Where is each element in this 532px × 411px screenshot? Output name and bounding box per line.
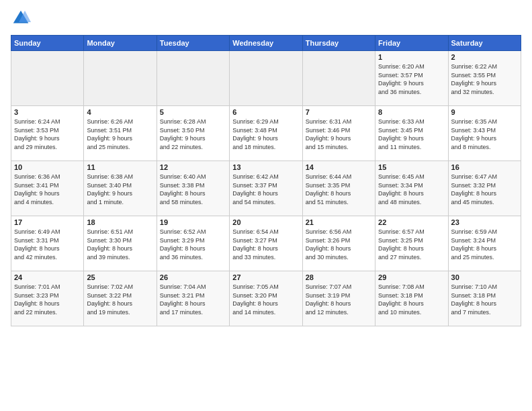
calendar-header: SundayMondayTuesdayWednesdayThursdayFrid… <box>11 36 521 51</box>
day-info: Sunrise: 6:31 AMSunset: 3:46 PMDaylight:… <box>306 118 372 151</box>
day-info: Sunrise: 6:44 AMSunset: 3:35 PMDaylight:… <box>306 173 372 206</box>
day-number: 12 <box>160 163 226 171</box>
day-cell: 7Sunrise: 6:31 AMSunset: 3:46 PMDaylight… <box>302 106 375 161</box>
day-info: Sunrise: 6:22 AMSunset: 3:55 PMDaylight:… <box>451 62 518 96</box>
day-cell: 27Sunrise: 7:05 AMSunset: 3:20 PMDayligh… <box>230 271 302 326</box>
day-cell: 4Sunrise: 6:26 AMSunset: 3:51 PMDaylight… <box>84 106 157 161</box>
day-info: Sunrise: 6:20 AMSunset: 3:57 PMDaylight:… <box>378 62 445 96</box>
day-cell: 15Sunrise: 6:45 AMSunset: 3:34 PMDayligh… <box>375 161 448 216</box>
day-cell: 1Sunrise: 6:20 AMSunset: 3:57 PMDaylight… <box>375 51 448 106</box>
day-cell: 19Sunrise: 6:52 AMSunset: 3:29 PMDayligh… <box>157 216 229 271</box>
header-cell-tuesday: Tuesday <box>157 36 229 51</box>
day-info: Sunrise: 7:08 AMSunset: 3:18 PMDaylight:… <box>378 283 445 316</box>
header-cell-wednesday: Wednesday <box>230 36 302 51</box>
day-number: 3 <box>14 108 81 116</box>
day-cell <box>302 51 375 106</box>
day-info: Sunrise: 7:01 AMSunset: 3:23 PMDaylight:… <box>14 283 81 316</box>
day-info: Sunrise: 6:42 AMSunset: 3:37 PMDaylight:… <box>232 173 299 206</box>
day-cell: 10Sunrise: 6:36 AMSunset: 3:41 PMDayligh… <box>11 161 84 216</box>
day-number: 6 <box>232 108 299 116</box>
day-info: Sunrise: 7:02 AMSunset: 3:22 PMDaylight:… <box>87 283 153 316</box>
day-number: 24 <box>14 273 81 281</box>
day-number: 20 <box>232 218 299 226</box>
day-cell <box>230 51 302 106</box>
day-number: 29 <box>378 273 445 281</box>
day-info: Sunrise: 6:29 AMSunset: 3:48 PMDaylight:… <box>232 118 299 151</box>
day-cell: 11Sunrise: 6:38 AMSunset: 3:40 PMDayligh… <box>84 161 157 216</box>
day-cell: 20Sunrise: 6:54 AMSunset: 3:27 PMDayligh… <box>230 216 302 271</box>
week-row-4: 24Sunrise: 7:01 AMSunset: 3:23 PMDayligh… <box>11 271 521 326</box>
day-info: Sunrise: 6:28 AMSunset: 3:50 PMDaylight:… <box>160 118 226 151</box>
day-info: Sunrise: 7:10 AMSunset: 3:18 PMDaylight:… <box>451 283 518 316</box>
day-info: Sunrise: 6:59 AMSunset: 3:24 PMDaylight:… <box>451 228 518 261</box>
day-info: Sunrise: 6:38 AMSunset: 3:40 PMDaylight:… <box>87 173 153 206</box>
header-cell-sunday: Sunday <box>11 36 84 51</box>
day-number: 19 <box>160 218 226 226</box>
day-number: 21 <box>306 218 372 226</box>
day-cell: 3Sunrise: 6:24 AMSunset: 3:53 PMDaylight… <box>11 106 84 161</box>
day-info: Sunrise: 6:47 AMSunset: 3:32 PMDaylight:… <box>451 173 518 206</box>
day-cell: 6Sunrise: 6:29 AMSunset: 3:48 PMDaylight… <box>230 106 302 161</box>
calendar-body: 1Sunrise: 6:20 AMSunset: 3:57 PMDaylight… <box>11 51 521 326</box>
header-cell-saturday: Saturday <box>448 36 521 51</box>
day-number: 4 <box>87 108 153 116</box>
day-cell: 9Sunrise: 6:35 AMSunset: 3:43 PMDaylight… <box>448 106 521 161</box>
day-info: Sunrise: 6:51 AMSunset: 3:30 PMDaylight:… <box>87 228 153 261</box>
logo <box>11 8 34 28</box>
header-cell-thursday: Thursday <box>302 36 375 51</box>
day-cell <box>157 51 229 106</box>
day-info: Sunrise: 6:49 AMSunset: 3:31 PMDaylight:… <box>14 228 81 261</box>
day-number: 27 <box>232 273 299 281</box>
day-cell: 5Sunrise: 6:28 AMSunset: 3:50 PMDaylight… <box>157 106 229 161</box>
day-number: 30 <box>451 273 518 281</box>
day-number: 7 <box>306 108 372 116</box>
day-info: Sunrise: 6:45 AMSunset: 3:34 PMDaylight:… <box>378 173 445 206</box>
day-info: Sunrise: 7:07 AMSunset: 3:19 PMDaylight:… <box>306 283 372 316</box>
week-row-2: 10Sunrise: 6:36 AMSunset: 3:41 PMDayligh… <box>11 161 521 216</box>
week-row-3: 17Sunrise: 6:49 AMSunset: 3:31 PMDayligh… <box>11 216 521 271</box>
day-cell: 2Sunrise: 6:22 AMSunset: 3:55 PMDaylight… <box>448 51 521 106</box>
day-info: Sunrise: 6:56 AMSunset: 3:26 PMDaylight:… <box>306 228 372 261</box>
day-info: Sunrise: 7:04 AMSunset: 3:21 PMDaylight:… <box>160 283 226 316</box>
day-cell: 23Sunrise: 6:59 AMSunset: 3:24 PMDayligh… <box>448 216 521 271</box>
day-info: Sunrise: 6:24 AMSunset: 3:53 PMDaylight:… <box>14 118 81 151</box>
day-number: 10 <box>14 163 81 171</box>
day-cell: 28Sunrise: 7:07 AMSunset: 3:19 PMDayligh… <box>302 271 375 326</box>
day-number: 16 <box>451 163 518 171</box>
day-info: Sunrise: 6:57 AMSunset: 3:25 PMDaylight:… <box>378 228 445 261</box>
day-number: 11 <box>87 163 153 171</box>
day-info: Sunrise: 7:05 AMSunset: 3:20 PMDaylight:… <box>232 283 299 316</box>
day-info: Sunrise: 6:54 AMSunset: 3:27 PMDaylight:… <box>232 228 299 261</box>
day-info: Sunrise: 6:40 AMSunset: 3:38 PMDaylight:… <box>160 173 226 206</box>
day-info: Sunrise: 6:36 AMSunset: 3:41 PMDaylight:… <box>14 173 81 206</box>
day-info: Sunrise: 6:33 AMSunset: 3:45 PMDaylight:… <box>378 118 445 151</box>
day-cell: 29Sunrise: 7:08 AMSunset: 3:18 PMDayligh… <box>375 271 448 326</box>
day-cell: 8Sunrise: 6:33 AMSunset: 3:45 PMDaylight… <box>375 106 448 161</box>
day-number: 8 <box>378 108 445 116</box>
day-number: 13 <box>232 163 299 171</box>
day-cell: 24Sunrise: 7:01 AMSunset: 3:23 PMDayligh… <box>11 271 84 326</box>
day-number: 26 <box>160 273 226 281</box>
day-cell: 25Sunrise: 7:02 AMSunset: 3:22 PMDayligh… <box>84 271 157 326</box>
day-cell <box>84 51 157 106</box>
day-number: 2 <box>451 53 518 61</box>
day-cell: 16Sunrise: 6:47 AMSunset: 3:32 PMDayligh… <box>448 161 521 216</box>
day-number: 18 <box>87 218 153 226</box>
header-cell-friday: Friday <box>375 36 448 51</box>
day-number: 15 <box>378 163 445 171</box>
header-cell-monday: Monday <box>84 36 157 51</box>
week-row-1: 3Sunrise: 6:24 AMSunset: 3:53 PMDaylight… <box>11 106 521 161</box>
week-row-0: 1Sunrise: 6:20 AMSunset: 3:57 PMDaylight… <box>11 51 521 106</box>
day-info: Sunrise: 6:52 AMSunset: 3:29 PMDaylight:… <box>160 228 226 261</box>
day-cell: 12Sunrise: 6:40 AMSunset: 3:38 PMDayligh… <box>157 161 229 216</box>
day-cell: 26Sunrise: 7:04 AMSunset: 3:21 PMDayligh… <box>157 271 229 326</box>
day-number: 14 <box>306 163 372 171</box>
day-number: 22 <box>378 218 445 226</box>
header <box>11 8 521 28</box>
day-number: 28 <box>306 273 372 281</box>
day-cell: 14Sunrise: 6:44 AMSunset: 3:35 PMDayligh… <box>302 161 375 216</box>
day-cell: 22Sunrise: 6:57 AMSunset: 3:25 PMDayligh… <box>375 216 448 271</box>
header-row: SundayMondayTuesdayWednesdayThursdayFrid… <box>11 36 521 51</box>
day-info: Sunrise: 6:35 AMSunset: 3:43 PMDaylight:… <box>451 118 518 151</box>
logo-icon <box>11 8 31 28</box>
